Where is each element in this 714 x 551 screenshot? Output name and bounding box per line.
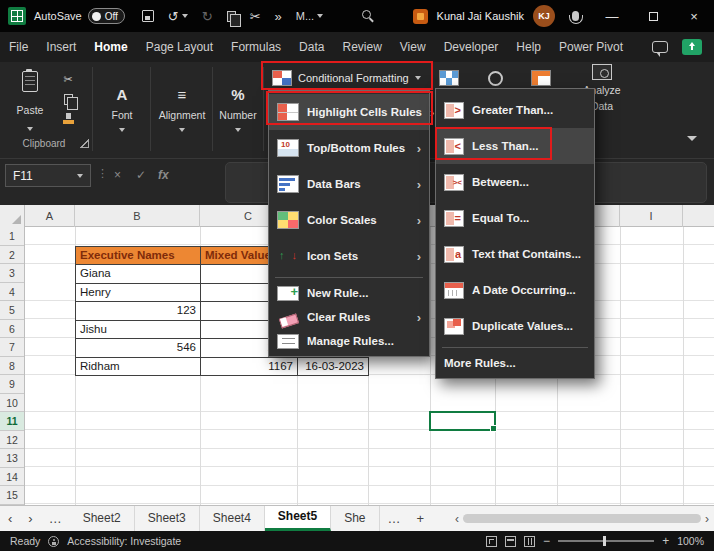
cell-b6[interactable]: Jishu: [76, 321, 201, 340]
paste-button[interactable]: Paste: [8, 68, 52, 134]
undo-button[interactable]: ↺: [161, 0, 195, 32]
autosave-toggle[interactable]: Off: [88, 8, 125, 24]
cell-b2[interactable]: Executive Names: [76, 247, 201, 266]
scroll-right-icon[interactable]: ›: [705, 512, 709, 526]
insert-function-icon[interactable]: fx: [158, 168, 169, 182]
row-header-14[interactable]: 14: [0, 468, 24, 487]
tab-power-pivot[interactable]: Power Pivot: [550, 32, 632, 62]
minimize-button[interactable]: —: [596, 0, 628, 32]
share-icon[interactable]: [682, 39, 702, 55]
cell-b3[interactable]: Giana: [76, 265, 201, 284]
zoom-in-button[interactable]: +: [662, 534, 669, 548]
normal-view-icon[interactable]: [486, 536, 497, 547]
menu-item-text-that-contains[interactable]: Text that Contains...: [436, 236, 594, 272]
zoom-slider-thumb[interactable]: [603, 536, 606, 546]
tab-review[interactable]: Review: [333, 32, 390, 62]
maximize-button[interactable]: [637, 0, 669, 32]
menu-item-duplicate-values[interactable]: Duplicate Values...: [436, 308, 594, 344]
search-button[interactable]: [362, 10, 371, 19]
tab-formulas[interactable]: Formulas: [222, 32, 290, 62]
menu-item-highlight-cells-rules[interactable]: Highlight Cells Rules ›: [269, 94, 429, 130]
zoom-level[interactable]: 100%: [677, 535, 704, 547]
cell-d8[interactable]: 16-03-2023: [298, 358, 369, 377]
tab-sheet2[interactable]: Sheet2: [70, 506, 135, 531]
row-header-11[interactable]: 11: [0, 412, 24, 431]
selected-cell-f11[interactable]: [429, 411, 496, 431]
page-layout-view-icon[interactable]: [505, 536, 516, 547]
new-sheet-button[interactable]: +: [409, 511, 433, 526]
menu-item-top-bottom-rules[interactable]: Top/Bottom Rules ›: [269, 130, 429, 166]
menu-item-more-rules[interactable]: More Rules...: [436, 351, 594, 375]
column-header-a[interactable]: A: [25, 205, 75, 227]
cut-button[interactable]: ✂: [56, 70, 80, 88]
cell-b4[interactable]: Henry: [76, 284, 201, 303]
menu-item-a-date-occurring[interactable]: A Date Occurring...: [436, 272, 594, 308]
format-painter-button[interactable]: [56, 110, 80, 128]
alignment-group-button[interactable]: ≡ Alignment: [154, 67, 210, 151]
accessibility-status[interactable]: Accessibility: Investigate: [67, 535, 181, 547]
comments-icon[interactable]: [652, 41, 668, 53]
qat-copy-button[interactable]: [220, 0, 243, 32]
tab-sheet5[interactable]: Sheet5: [265, 506, 331, 531]
menu-item-equal-to[interactable]: Equal To...: [436, 200, 594, 236]
avatar[interactable]: KJ: [533, 5, 555, 27]
tabs-scroll-left-icon[interactable]: ‹: [0, 511, 20, 526]
tab-insert[interactable]: Insert: [37, 32, 85, 62]
menu-item-manage-rules[interactable]: Manage Rules...: [269, 329, 429, 353]
clipboard-dialog-launcher-icon[interactable]: [80, 139, 89, 148]
row-header-6[interactable]: 6: [0, 320, 24, 339]
zoom-slider[interactable]: [558, 540, 654, 542]
tab-data[interactable]: Data: [290, 32, 333, 62]
row-header-4[interactable]: 4: [0, 283, 24, 302]
name-box-resize-handle[interactable]: ⋮: [97, 167, 108, 180]
row-header-9[interactable]: 9: [0, 375, 24, 394]
row-header-2[interactable]: 2: [0, 246, 24, 265]
tab-sheet-truncated[interactable]: She: [331, 506, 379, 531]
qat-cut-button[interactable]: ✂: [243, 0, 268, 32]
row-header-8[interactable]: 8: [0, 357, 24, 376]
tab-page-layout[interactable]: Page Layout: [137, 32, 222, 62]
menu-item-between[interactable]: Between...: [436, 164, 594, 200]
cell-b5[interactable]: 123: [76, 302, 201, 321]
tab-view[interactable]: View: [391, 32, 435, 62]
row-header-5[interactable]: 5: [0, 301, 24, 320]
close-button[interactable]: ×: [678, 0, 710, 32]
excel-logo-icon[interactable]: [8, 7, 26, 25]
redo-button[interactable]: ↻: [195, 0, 220, 32]
row-header-12[interactable]: 12: [0, 431, 24, 450]
zoom-out-button[interactable]: −: [543, 534, 550, 548]
tab-file[interactable]: File: [0, 32, 37, 62]
select-all-corner[interactable]: [0, 205, 25, 227]
enter-check-icon[interactable]: ✓: [136, 168, 146, 182]
collapse-ribbon-chevron-icon[interactable]: [687, 136, 697, 141]
row-header-10[interactable]: 10: [0, 394, 24, 413]
conditional-formatting-button[interactable]: Conditional Formatting: [266, 65, 428, 90]
microphone-icon[interactable]: [572, 11, 579, 21]
menu-item-new-rule[interactable]: New Rule...: [269, 281, 429, 305]
cell-b8[interactable]: Ridham: [76, 358, 201, 377]
copy-button[interactable]: [56, 90, 80, 108]
menu-item-color-scales[interactable]: Color Scales ›: [269, 202, 429, 238]
cell-c8[interactable]: 1167: [201, 358, 298, 377]
horizontal-scrollbar[interactable]: ‹ ›: [450, 506, 714, 532]
scrollbar-thumb[interactable]: [463, 514, 701, 523]
scroll-left-icon[interactable]: ‹: [455, 512, 459, 526]
row-header-15[interactable]: 15: [0, 486, 24, 505]
cell-b7[interactable]: 546: [76, 339, 201, 358]
menu-item-data-bars[interactable]: Data Bars ›: [269, 166, 429, 202]
column-header-i[interactable]: I: [620, 205, 683, 227]
menu-item-clear-rules[interactable]: Clear Rules ›: [269, 305, 429, 329]
tab-sheet4[interactable]: Sheet4: [200, 506, 265, 531]
tab-sheet3[interactable]: Sheet3: [135, 506, 200, 531]
name-box[interactable]: F11: [5, 164, 91, 187]
menu-item-icon-sets[interactable]: Icon Sets ›: [269, 238, 429, 274]
column-header-b[interactable]: B: [75, 205, 200, 227]
row-header-13[interactable]: 13: [0, 449, 24, 468]
menu-item-greater-than[interactable]: Greater Than...: [436, 92, 594, 128]
tabs-scroll-right-icon[interactable]: ›: [20, 511, 40, 526]
tabs-overflow-left-icon[interactable]: …: [41, 511, 70, 526]
user-name[interactable]: Kunal Jai Kaushik: [437, 10, 524, 22]
cancel-icon[interactable]: ×: [114, 168, 121, 182]
menu-item-less-than[interactable]: Less Than...: [436, 128, 594, 164]
tabs-overflow-right-icon[interactable]: …: [380, 511, 409, 526]
